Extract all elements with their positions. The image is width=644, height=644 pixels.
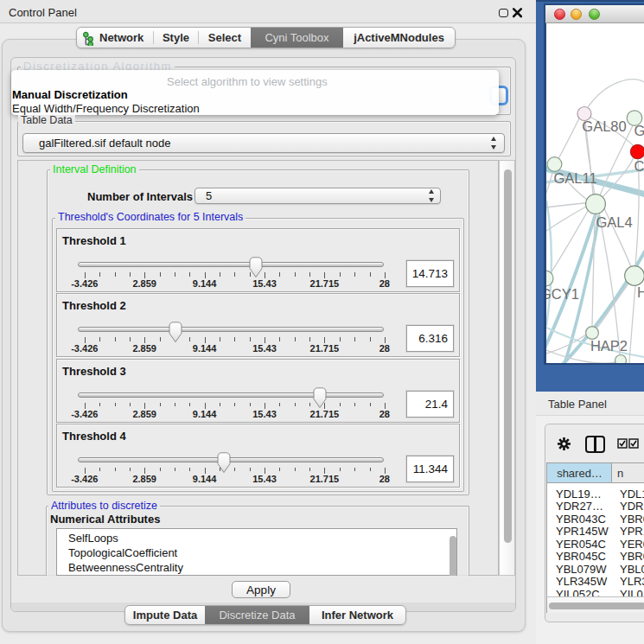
svg-text:GAL80: GAL80 <box>582 118 626 134</box>
svg-text:GCY1: GCY1 <box>546 286 579 302</box>
svg-text:GAL4: GAL4 <box>596 214 632 230</box>
svg-text:GAL11: GAL11 <box>553 170 596 186</box>
svg-text:HAP2: HAP2 <box>590 338 628 354</box>
svg-text:GA: GA <box>634 123 644 138</box>
svg-text:C: C <box>634 158 644 174</box>
svg-text:HI: HI <box>637 284 644 300</box>
